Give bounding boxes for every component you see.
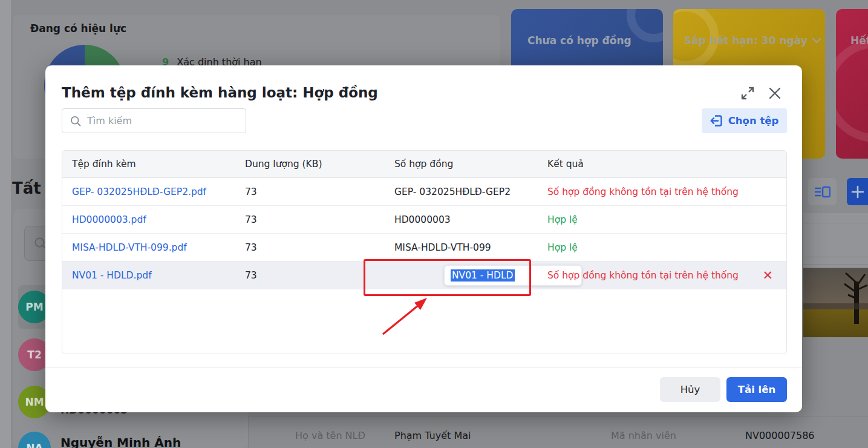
detail-divider — [248, 417, 868, 417]
panel-divider — [248, 417, 249, 448]
chevron-down-icon[interactable] — [812, 38, 821, 44]
detail-field-value: Phạm Tuyết Mai — [394, 430, 471, 441]
card-no-contract-label: Chưa có hợp đồng — [527, 35, 631, 47]
row-line — [803, 257, 868, 257]
table-row: GEP- 032025HĐLĐ-GEP2.pdf 73 GEP- 032025H… — [62, 178, 786, 206]
list-view-icon — [815, 186, 830, 198]
attachment-file-link[interactable]: NV01 - HDLD.pdf — [62, 270, 235, 281]
validation-result: Hợp lệ — [538, 214, 786, 225]
all-contracts-heading: Tất cả — [12, 179, 47, 197]
contract-number: HD0000003 — [385, 214, 538, 225]
app-screen: Đang có hiệu lực 9 Xác định thời hạn Chư… — [0, 0, 868, 448]
validation-result: Số hợp đồng không tồn tại trên hệ thống — [538, 270, 762, 281]
attachment-file-link[interactable]: GEP- 032025HĐLĐ-GEP2.pdf — [62, 186, 235, 197]
column-header-result: Kết quả — [538, 159, 786, 170]
validation-result: Hợp lệ — [538, 242, 786, 253]
add-button[interactable] — [847, 178, 868, 205]
detail-field-label: Họ và tên NLĐ — [295, 430, 365, 441]
table-header-row: Tệp đính kèm Dung lượng (KB) Số hợp đồng… — [62, 151, 786, 178]
landscape-photo-thumbnail[interactable] — [803, 268, 868, 337]
validation-result: Số hợp đồng không tồn tại trên hệ thống — [538, 186, 786, 197]
expand-button[interactable] — [740, 86, 755, 102]
row-line — [803, 223, 868, 223]
file-size: 73 — [235, 270, 385, 281]
bulk-attachment-modal: Thêm tệp đính kèm hàng loạt: Hợp đồng Tì… — [45, 65, 802, 412]
list-view-button[interactable] — [808, 178, 837, 205]
close-icon — [768, 87, 782, 100]
attachment-file-link[interactable]: MISA-HDLD-VTH-099.pdf — [62, 242, 235, 253]
app-sidebar-strip — [0, 0, 11, 448]
import-file-icon — [710, 114, 723, 127]
choose-file-label: Chọn tệp — [728, 115, 779, 127]
contract-number: GEP- 032025HĐLĐ-GEP2 — [385, 186, 538, 197]
file-size: 73 — [235, 186, 385, 197]
close-button[interactable] — [768, 87, 782, 101]
file-size: 73 — [235, 214, 385, 225]
upload-button[interactable]: Tải lên — [726, 377, 787, 402]
attachment-file-link[interactable]: HD0000003.pdf — [62, 214, 235, 225]
footer-divider — [45, 367, 802, 368]
contract-number-cell: NV01 - HDLD — [385, 265, 538, 286]
card-expiring-label-row: Sắp hết hạn: 30 ngày — [684, 35, 821, 47]
table-row-editing: NV01 - HDLD.pdf 73 NV01 - HDLD Số hợp đồ… — [62, 262, 786, 289]
selected-input-text: NV01 - HDLD — [451, 269, 515, 282]
delete-row-icon[interactable]: ✕ — [762, 269, 773, 282]
card-decor-circle — [836, 39, 868, 142]
card-expiring-label: Sắp hết hạn: 30 ngày — [684, 35, 808, 47]
table-row: MISA-HDLD-VTH-099.pdf 73 MISA-HDLD-VTH-0… — [62, 234, 786, 262]
table-row: HD0000003.pdf 73 HD0000003 Hợp lệ — [62, 206, 786, 234]
avatar[interactable]: NA — [18, 432, 51, 448]
choose-file-button[interactable]: Chọn tệp — [702, 108, 787, 133]
card-expired[interactable]: Hết — [836, 9, 868, 159]
card-decor-circle — [627, 9, 663, 42]
cancel-button[interactable]: Hủy — [660, 377, 720, 402]
employee-name[interactable]: Nguyễn Minh Ánh — [60, 435, 181, 448]
card-expired-label: Hết — [850, 35, 868, 47]
column-header-contract: Số hợp đồng — [385, 159, 538, 170]
file-size: 73 — [235, 242, 385, 253]
plus-icon — [851, 185, 864, 199]
modal-search-input[interactable]: Tìm kiếm — [62, 108, 246, 133]
expand-icon — [740, 86, 755, 100]
contract-number: MISA-HDLD-VTH-099 — [385, 242, 538, 253]
background-table-rows — [803, 213, 868, 267]
detail-field-label: Mã nhân viên — [611, 430, 676, 441]
detail-field-value: NV000007586 — [745, 430, 815, 441]
search-icon — [70, 115, 82, 127]
modal-title: Thêm tệp đính kèm hàng loạt: Hợp đồng — [62, 85, 378, 100]
row-line — [803, 264, 868, 265]
tree-silhouette — [803, 268, 868, 337]
column-header-size: Dung lượng (KB) — [235, 159, 385, 170]
column-header-file: Tệp đính kèm — [62, 159, 235, 170]
effective-contracts-title: Đang có hiệu lực — [30, 22, 126, 35]
attachments-table: Tệp đính kèm Dung lượng (KB) Số hợp đồng… — [62, 150, 787, 354]
search-placeholder: Tìm kiếm — [87, 115, 132, 127]
